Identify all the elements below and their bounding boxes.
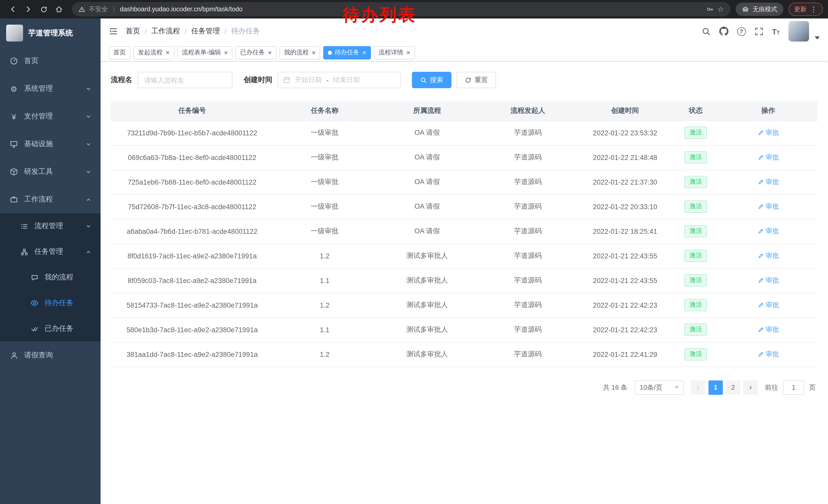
help-icon[interactable]: ? [737,27,746,36]
tag-process-detail[interactable]: 流程详情× [374,46,415,59]
app-logo[interactable]: 芋道管理系统 [0,18,100,47]
actions-cell: 审批 [719,219,818,243]
task-id-cell: 580e1b3d-7ac8-11ec-a9e2-a2380e71991a [111,317,274,342]
initiator-cell: 芋道源码 [479,317,577,342]
search-button[interactable]: 搜索 [412,72,451,88]
sidebar-toggle-icon[interactable] [109,27,118,36]
date-range-picker[interactable]: 开始日期 - 结束日期 [278,72,401,88]
breadcrumb-workflow[interactable]: 工作流程 [151,27,180,36]
process-cell: OA 请假 [376,194,479,219]
key-icon[interactable] [707,6,714,13]
reload-icon[interactable] [36,2,51,17]
sidebar-item-process-management[interactable]: 流程管理 [0,213,100,239]
tag-todo-tasks[interactable]: 待办任务× [324,46,371,59]
col-task-id: 任务编号 [111,101,274,121]
star-icon[interactable]: ☆ [717,5,724,13]
col-initiator: 流程发起人 [479,101,577,121]
sidebar-item-todo-tasks[interactable]: 待办任务 [0,290,100,316]
next-page-button[interactable]: › [743,380,758,395]
initiator-cell: 芋道源码 [479,342,577,367]
created-cell: 2022-01-22 21:37:30 [577,170,673,194]
task-id-cell: a6aba0a4-7b6d-11ec-b781-acde48001122 [111,219,274,243]
reset-button[interactable]: 重置 [457,72,496,88]
search-icon[interactable] [702,27,710,36]
sidebar-item-devtools[interactable]: 研发工具 [0,158,100,186]
page-size-select[interactable]: 10条/页 [634,380,684,395]
approve-link[interactable]: 审批 [757,128,779,137]
fullscreen-icon[interactable] [754,27,763,36]
avatar[interactable] [788,21,809,42]
sidebar-item-workflow[interactable]: 工作流程 [0,186,100,213]
sidebar-item-my-process[interactable]: 我的流程 [0,265,100,290]
table-row: 8f0d1619-7ac8-11ec-a9e2-a2380e71991a 1.2… [111,243,818,268]
font-size-icon[interactable]: TT [772,28,780,35]
task-id-cell: 73211d9d-7b9b-11ec-b5b7-acde48001122 [111,121,274,145]
close-icon[interactable]: × [406,49,410,56]
sidebar-item-task-management[interactable]: 任务管理 [0,239,100,265]
status-cell: 激活 [673,219,719,243]
close-icon[interactable]: × [166,49,170,56]
approve-link[interactable]: 审批 [757,276,779,285]
update-label: 更新 [794,5,806,13]
tag-home[interactable]: 首页 [109,46,130,59]
menu-dots-icon[interactable]: ⋮ [810,6,817,13]
tag-form-edit[interactable]: 流程表单-编辑× [177,46,233,59]
tag-my-process[interactable]: 我的流程× [280,46,320,59]
table-row: 75d72608-7b7f-11ec-a3c8-acde48001122 一级审… [111,194,818,219]
task-id-cell: 069c6a63-7b8a-11ec-8ef0-acde48001122 [111,145,274,170]
sidebar-item-infrastructure[interactable]: 基础设施 [0,130,100,158]
approve-link[interactable]: 审批 [757,325,779,334]
close-icon[interactable]: × [363,49,366,56]
approve-link[interactable]: 审批 [757,202,779,211]
total-count: 共 16 条 [603,383,627,392]
sidebar-item-leave-query[interactable]: 请假查询 [0,341,100,369]
address-bar[interactable]: 不安全 | dashboard.yudao.iocoder.cn/bpm/tas… [72,2,731,16]
chevron-down-icon [86,169,91,175]
breadcrumb-home[interactable]: 首页 [126,27,140,36]
close-icon[interactable]: × [312,49,316,56]
chevron-down-icon [86,223,91,229]
status-cell: 激活 [673,121,719,145]
approve-link[interactable]: 审批 [757,153,779,162]
created-cell: 2022-01-21 22:42:23 [577,293,673,317]
goto-page-input[interactable] [783,380,804,395]
approve-link[interactable]: 审批 [757,350,779,359]
page-button-2[interactable]: 2 [726,380,740,395]
forward-icon[interactable] [20,2,36,17]
home-icon[interactable] [51,2,67,17]
created-cell: 2022-01-21 22:43:55 [577,268,673,293]
update-button[interactable]: 更新 ⋮ [788,3,823,16]
github-icon[interactable] [719,27,728,36]
status-cell: 激活 [673,170,719,194]
breadcrumb: 首页 / 工作流程 / 任务管理 / 待办任务 [126,27,260,36]
status-badge: 激活 [685,151,707,163]
breadcrumb-task-management[interactable]: 任务管理 [191,27,220,36]
close-icon[interactable]: × [268,49,272,56]
tag-done-tasks[interactable]: 已办任务× [236,46,276,59]
main-content: 首页 / 工作流程 / 任务管理 / 待办任务 ? TT [100,18,828,504]
sidebar-item-system[interactable]: ⚙ 系统管理 [0,75,100,102]
approve-link[interactable]: 审批 [757,251,779,261]
approve-link[interactable]: 审批 [757,227,779,236]
status-badge: 激活 [685,348,707,360]
prev-page-button[interactable]: ‹ [691,380,705,395]
initiator-cell: 芋道源码 [479,170,577,194]
process-list-icon [19,222,29,230]
approve-link[interactable]: 审批 [757,301,779,310]
page-button-1[interactable]: 1 [708,380,723,395]
approve-link[interactable]: 审批 [757,177,779,187]
sidebar-item-payment[interactable]: ¥ 支付管理 [0,102,100,130]
initiator-cell: 芋道源码 [479,293,577,317]
tag-start-process[interactable]: 发起流程× [133,46,174,59]
process-name-input[interactable] [137,72,233,88]
sidebar-item-home[interactable]: 首页 [0,47,100,75]
security-label: 不安全 [89,5,108,13]
sidebar-item-done-tasks[interactable]: 已办任务 [0,316,100,341]
chevron-up-icon [86,197,91,202]
actions-cell: 审批 [719,243,818,268]
created-cell: 2022-01-22 21:48:48 [577,145,673,170]
back-icon[interactable] [5,2,20,17]
close-icon[interactable]: × [224,49,228,56]
status-badge: 激活 [685,250,707,262]
task-id-cell: 58154733-7ac8-11ec-a9e2-a2380e71991a [111,293,274,317]
